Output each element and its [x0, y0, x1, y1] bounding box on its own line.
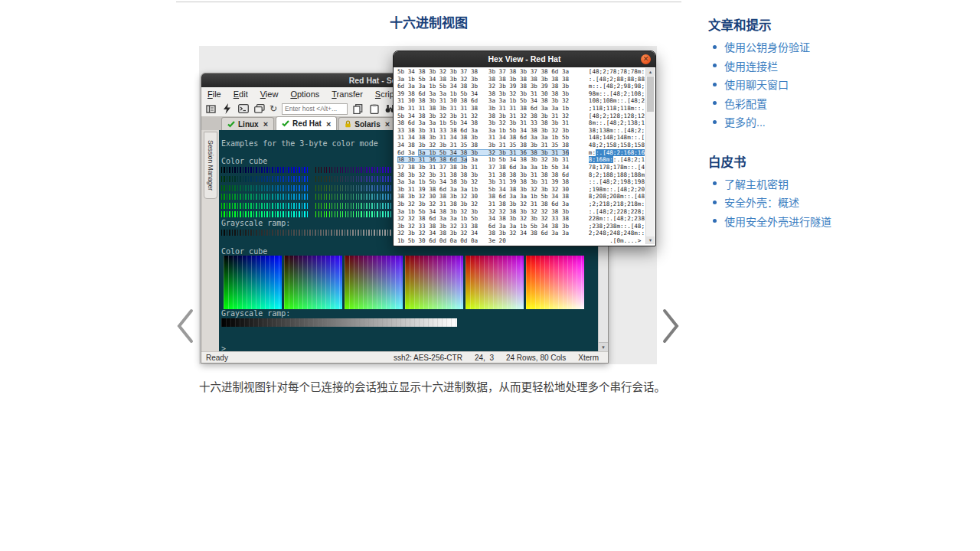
hex-bytes: 3b 31 39 38 6d 3a 3a 1b 5b 34 38 3b 32 3… [397, 186, 569, 194]
host-input[interactable] [282, 103, 348, 115]
color-strip [315, 167, 403, 173]
sidebar-link[interactable]: 使用公钥身份验证 [724, 38, 810, 57]
color-strip [221, 203, 309, 209]
color-cube-block [345, 256, 403, 309]
hex-bytes: 5b 34 38 3b 32 3b 31 32 38 3b 31 32 38 3… [397, 112, 569, 120]
bullet-icon [713, 181, 717, 185]
sidebar-list-item: 使用安全外壳进行隧道 [708, 213, 972, 232]
color-strip [221, 167, 309, 173]
carousel-prev-button[interactable] [173, 308, 198, 344]
ascii-column: ::.[48;2;198;198 [589, 178, 645, 186]
hex-row: 3b 31 39 38 6d 3a 3a 1b 5b 34 38 3b 32 3… [397, 186, 645, 194]
terminal-icon[interactable] [237, 103, 249, 115]
status-ready: Ready [206, 354, 381, 362]
session-manager-tab[interactable]: Session Manager [204, 132, 217, 199]
color-strip [221, 211, 309, 217]
color-strip [315, 185, 403, 191]
tab-solaris[interactable]: Solaris× [338, 117, 396, 130]
bullet-icon [713, 201, 717, 204]
color-strip [221, 194, 309, 200]
sidebar-link[interactable]: 使用连接栏 [724, 57, 778, 77]
sidebar-link[interactable]: 使用聊天窗口 [724, 76, 789, 95]
ascii-column: ;2;218;218;218m: [589, 201, 645, 208]
hex-scrollbar[interactable]: ▲ ▼ [645, 68, 655, 244]
hex-bytes: 3a 1b 5b 34 38 3b 32 3b 32 32 38 3b 32 3… [397, 208, 569, 216]
check-icon [282, 120, 289, 127]
tab-close-icon[interactable]: × [385, 119, 390, 129]
color-cube-block [466, 256, 524, 309]
reconnect-icon[interactable]: ↻ [270, 103, 277, 115]
sidebar-link[interactable]: 更多的... [724, 113, 766, 132]
carousel-next-button[interactable] [658, 308, 683, 344]
hex-row: 38 3b 32 3b 31 38 38 3b 31 38 38 3b 31 3… [397, 171, 645, 179]
tab-linux[interactable]: Linux× [221, 117, 274, 130]
color-cube-block [284, 256, 342, 309]
tab-close-icon[interactable]: × [263, 119, 268, 129]
quick-connect-bolt-icon[interactable] [221, 103, 233, 115]
scrollbar-thumb[interactable] [647, 77, 654, 112]
scroll-up-arrow-icon[interactable]: ▲ [646, 68, 655, 76]
hex-row: 37 38 3b 31 37 38 3b 31 37 38 6d 3a 3a 1… [397, 164, 645, 171]
hex-view-titlebar[interactable]: Hex View - Red Hat ✕ [394, 51, 655, 67]
clone-tabs-icon[interactable] [253, 103, 265, 115]
menu-edit[interactable]: Edit [234, 90, 248, 99]
ascii-column: :.[48;2;88;88;88 [589, 76, 645, 83]
feature-screenshot: Red Hat - SecureCRT FileEditViewOptionsT… [199, 46, 657, 364]
scroll-down-arrow-icon[interactable]: ▼ [646, 236, 655, 244]
menu-options[interactable]: Options [290, 90, 319, 99]
terminal-text-line: Grayscale ramp: [219, 309, 599, 318]
tab-close-icon[interactable]: × [326, 119, 331, 129]
ascii-column: .[0m....> [609, 237, 645, 244]
hex-selection: 38 3b 31 36 38 6d 3a [397, 156, 467, 163]
menu-file[interactable]: File [207, 90, 221, 99]
bullet-icon [713, 219, 717, 223]
sidebar-link[interactable]: 了解主机密钥 [724, 175, 789, 194]
hex-row: 38 3b 31 36 38 6d 3a 3a 1b 5b 34 38 3b 3… [397, 156, 645, 164]
sidebar-link[interactable]: 安全外壳：概述 [724, 194, 799, 213]
ascii-column: 8;2;188;188;188m [589, 171, 645, 179]
menu-transfer[interactable]: Transfer [332, 90, 363, 99]
copy-icon[interactable] [352, 103, 364, 115]
status-cursor-position: 24, 3 [475, 354, 494, 362]
hex-bytes: 38 3b 32 3b 31 38 38 3b 31 38 38 3b 31 3… [397, 171, 569, 179]
sidebar: 文章和提示 使用公钥身份验证使用连接栏使用聊天窗口色彩配置更多的... 白皮书 … [708, 8, 972, 251]
page: 十六进制视图 Red Hat - SecureCRT FileEditViewO… [0, 0, 980, 551]
hex-row: 6d 3a 3a 1b 5b 34 38 3b 32 3b 31 36 38 3… [397, 149, 645, 157]
hex-row: 39 38 6d 3a 3a 1b 5b 34 38 3b 32 3b 31 3… [397, 90, 645, 98]
articles-list: 使用公钥身份验证使用连接栏使用聊天窗口色彩配置更多的... [708, 38, 972, 132]
menu-view[interactable]: View [260, 90, 279, 99]
tab-label: Linux [238, 120, 259, 129]
lock-icon [345, 120, 351, 128]
paste-icon[interactable] [368, 103, 380, 115]
sidebar-link[interactable]: 色彩配置 [724, 95, 767, 114]
hex-bytes: 38 3b 32 30 38 3b 32 30 38 6d 3a 3a 1b 5… [397, 193, 569, 201]
color-strip [221, 185, 309, 191]
hex-bytes: 31 30 38 3b 31 30 38 6d 3a 3a 1b 5b 34 3… [397, 97, 569, 105]
hex-row: 34 38 3b 32 3b 31 35 38 3b 31 35 38 3b 3… [397, 142, 645, 149]
hex-bytes: 37 38 3b 31 37 38 3b 31 37 38 6d 3a 3a 1… [397, 164, 569, 171]
sidebar-link[interactable]: 使用安全外壳进行隧道 [724, 213, 831, 232]
color-cube-bg-block [219, 256, 599, 309]
tab-red-hat[interactable]: Red Hat× [276, 116, 337, 130]
ascii-selection: :.[48;2;168;16 [596, 149, 645, 156]
hex-row: 38 3b 32 30 38 3b 32 30 38 6d 3a 3a 1b 5… [397, 193, 645, 201]
color-strip [221, 176, 309, 182]
close-icon[interactable]: ✕ [641, 54, 651, 64]
color-cube-block [526, 256, 584, 309]
hex-row: 3a 1b 5b 34 38 3b 32 3b 38 38 3b 38 38 3… [397, 76, 645, 83]
session-manager-icon[interactable] [205, 103, 217, 115]
hex-row: 1b 5b 30 6d 0d 0a 0d 0a 3e 20.[0m....> [397, 237, 645, 244]
hex-row: 31 34 38 3b 31 34 38 3b 31 34 38 6d 3a 3… [397, 134, 645, 142]
check-icon [227, 121, 235, 128]
ascii-column: [48;2;78;78;78m: [589, 68, 645, 76]
ascii-selection: 8;168m: [589, 156, 613, 163]
ascii-column: m::.[48;2;98;98; [589, 83, 645, 90]
terminal-text-line: Color cube [219, 247, 599, 256]
color-cube-block [224, 256, 282, 309]
color-strip [315, 203, 403, 209]
hex-view-window: Hex View - Red Hat ✕ 5b 34 38 3b 32 3b 3… [393, 51, 656, 246]
status-bar: Ready ssh2: AES-256-CTR 24, 3 24 Rows, 8… [201, 351, 608, 363]
ascii-column: 78;178;178m::.[4 [589, 164, 645, 171]
bullet-icon [713, 64, 717, 67]
ascii-column: 38;138m::.[48;2; [589, 127, 645, 135]
